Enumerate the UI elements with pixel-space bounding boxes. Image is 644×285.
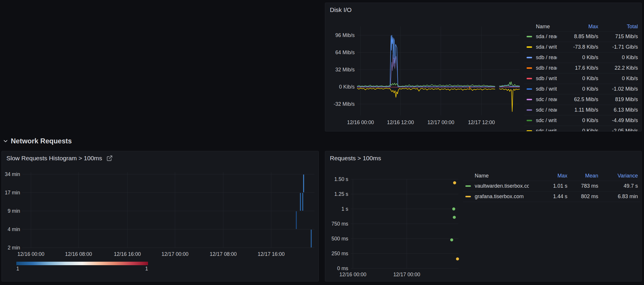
legend-series-name[interactable]: sdc / reads: [536, 96, 557, 103]
legend-series-name[interactable]: sda / writes: [536, 44, 557, 50]
legend-series-name[interactable]: grafana.tiserbox.com: [475, 193, 529, 200]
legend-value-max: 0 Kib/s: [557, 75, 601, 82]
heatmap-cell[interactable]: [302, 193, 303, 211]
series-color-icon: [527, 99, 532, 100]
legend-value-max: 62.5 Mib/s: [557, 96, 601, 103]
legend-column-mean[interactable]: Mean: [570, 173, 601, 179]
legend-value-max: 0 Kib/s: [557, 128, 601, 131]
legend-value-max: -73.8 Kib/s: [557, 44, 601, 50]
legend-series-name[interactable]: vaultwarden.tiserbox.com: [475, 183, 529, 189]
axis-label: 12/16 16:00: [114, 251, 141, 257]
axis-label: 0 ms: [337, 265, 348, 271]
legend-series-name[interactable]: sdb / writes: [536, 86, 557, 92]
panel-title-disk-io[interactable]: Disk I/O: [330, 6, 352, 13]
row-network-requests[interactable]: Network Requests: [3, 137, 72, 145]
panel-disk-io: Disk I/O 96 Mib/s64 Mib/s32 Mib/s0 Kib/s…: [325, 3, 642, 131]
legend-value-variance: 49.7 s: [601, 183, 640, 189]
axis-label: 750 ms: [332, 221, 349, 227]
series-color-icon: [527, 67, 532, 69]
axis-label: 2 min: [8, 245, 20, 251]
legend-column-variance[interactable]: Variance: [601, 173, 640, 179]
legend-row: sdc / writes0 Kib/s-4.49 Mib/s: [524, 115, 640, 126]
legend-row: sdb / writes0 Kib/s0 Kib/s: [524, 73, 640, 84]
legend-series-name[interactable]: sdb / writes: [536, 75, 557, 82]
heatmap-cell[interactable]: [311, 230, 312, 247]
legend-series-name[interactable]: sda / reads: [536, 34, 557, 40]
legend-value-total: -1.02 Mib/s: [601, 86, 640, 92]
legend-value-max: 0 Kib/s: [557, 54, 601, 61]
legend-column-total[interactable]: Total: [601, 24, 640, 30]
requests-scatter-chart[interactable]: 1.50 s1.25 s1 s750 ms500 ms250 ms0 ms12/…: [330, 174, 464, 280]
axis-label: 1 s: [342, 206, 349, 212]
requests-legend-table: NameMaxMeanVariancevaultwarden.tiserbox.…: [463, 171, 640, 202]
axis-label: 12/16 00:00: [17, 251, 45, 257]
legend-header-row: NameMaxMeanVariance: [463, 171, 640, 181]
axis-label: 32 Mib/s: [335, 67, 355, 73]
legend-series-name[interactable]: sdb / reads: [536, 65, 557, 71]
legend-row: sdb / reads0 Kib/s0 Kib/s: [524, 52, 640, 63]
series-color-icon: [527, 130, 532, 131]
legend-series-name[interactable]: sdc / writes: [536, 128, 557, 131]
legend-series-name[interactable]: sdb / reads: [536, 54, 557, 61]
panel-title-text: Requests > 100ms: [330, 155, 381, 162]
legend-column-max[interactable]: Max: [529, 173, 570, 179]
legend-value-total: 715 Mib/s: [601, 34, 640, 40]
legend-value-total: 0 Kib/s: [601, 75, 640, 82]
legend-row: sda / reads8.85 Mib/s715 Mib/s: [524, 31, 640, 42]
scatter-point[interactable]: [450, 238, 453, 241]
scatter-point[interactable]: [453, 181, 456, 184]
legend-value-max: 17.6 Kib/s: [557, 65, 601, 71]
axis-label: 34 min: [5, 171, 20, 177]
axis-label: 12/16 08:00: [65, 251, 92, 257]
legend-row: grafana.tiserbox.com1.44 s802 ms6.83 min: [463, 191, 640, 202]
scatter-point[interactable]: [456, 257, 459, 260]
legend-column-name[interactable]: Name: [475, 173, 529, 179]
legend-row: sdb / writes0 Kib/s-1.02 Mib/s: [524, 84, 640, 94]
axis-label: 12/17 08:00: [210, 251, 237, 257]
heatmap-color-scale-labels: 1 1: [16, 266, 148, 272]
axis-label: 12/16 12:00: [387, 119, 414, 125]
legend-header-row: NameMaxTotal: [524, 22, 640, 31]
scatter-point[interactable]: [453, 216, 456, 219]
heatmap-cell[interactable]: [296, 211, 297, 229]
heatmap-cell[interactable]: [300, 193, 301, 211]
legend-value-total: 0 Kib/s: [601, 54, 640, 61]
legend-value-total: 22.2 Kib/s: [601, 65, 640, 71]
legend-value-total: 6.13 Mib/s: [601, 107, 640, 113]
legend-value-total: -1.71 Gib/s: [601, 44, 640, 50]
heatmap-cell[interactable]: [303, 175, 304, 192]
series-color-icon: [465, 185, 471, 187]
series-color-icon: [527, 109, 532, 111]
legend-row: sdb / reads17.6 Kib/s22.2 Kib/s: [524, 63, 640, 73]
disk-io-chart[interactable]: 96 Mib/s64 Mib/s32 Mib/s0 Kib/s-32 Mib/s…: [330, 25, 522, 129]
legend-value-mean: 802 ms: [570, 193, 601, 200]
legend-column-name[interactable]: Name: [536, 24, 557, 30]
scatter-point[interactable]: [452, 207, 455, 210]
heatmap-color-scale: [16, 262, 148, 265]
legend-value-total: -4.49 Mib/s: [601, 117, 640, 124]
disk-io-legend-table: NameMaxTotalsda / reads8.85 Mib/s715 Mib…: [524, 22, 640, 131]
grafana-dashboard: { "section": { "title": "Network Request…: [0, 0, 644, 285]
slow-requests-heatmap[interactable]: 34 min17 min9 min4 min2 min12/16 00:0012…: [4, 169, 316, 261]
axis-label: 12/17 16:00: [258, 251, 285, 257]
axis-label: 1.25 s: [334, 191, 348, 197]
section-title: Network Requests: [11, 137, 72, 145]
series-color-icon: [465, 196, 471, 197]
external-link-icon[interactable]: [106, 155, 113, 161]
axis-label: 96 Mib/s: [335, 32, 355, 38]
axis-label: 1.50 s: [334, 176, 348, 182]
series-color-icon: [527, 78, 532, 79]
axis-label: 12/17 00:00: [393, 272, 420, 277]
legend-series-name[interactable]: sdc / writes: [536, 117, 557, 124]
panel-title-requests[interactable]: Requests > 100ms: [330, 155, 381, 162]
legend-series-name[interactable]: sdc / reads: [536, 107, 557, 113]
legend-column-max[interactable]: Max: [557, 24, 601, 30]
legend-value-max: 1.11 Mib/s: [557, 107, 601, 113]
panel-title-text: Slow Requests Histogram > 100ms: [6, 155, 102, 162]
panel-title-slow-requests[interactable]: Slow Requests Histogram > 100ms: [6, 155, 113, 162]
legend-row: vaultwarden.tiserbox.com1.01 s783 ms49.7…: [463, 181, 640, 191]
panel-title-text: Disk I/O: [330, 6, 352, 13]
legend-value-total: 819 Mib/s: [601, 96, 640, 103]
axis-label: 4 min: [8, 226, 20, 232]
legend-value-max: 1.01 s: [529, 183, 570, 189]
